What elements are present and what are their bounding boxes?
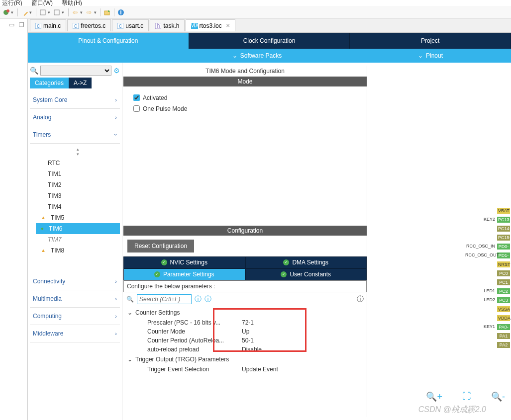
svg-point-1 — [6, 9, 9, 12]
group-system-core[interactable]: System Core› — [30, 91, 120, 109]
tab-user-constants[interactable]: ✓User Constants — [245, 268, 367, 280]
group-trgo-parameters[interactable]: ⌄Trigger Output (TRGO) Parameters — [127, 354, 363, 365]
pin-vdda[interactable]: VDDA — [497, 315, 510, 321]
timer-tim1[interactable]: TIM1 — [36, 168, 120, 179]
param-counter-mode[interactable]: Counter ModeUp — [127, 327, 363, 336]
timer-tim2[interactable]: TIM2 — [36, 179, 120, 190]
timer-tim6[interactable]: TIM6 — [36, 223, 120, 234]
timer-tim4[interactable]: TIM4 — [36, 201, 120, 212]
pin-pa2[interactable]: PA2 — [497, 342, 510, 348]
one-pulse-checkbox[interactable]: One Pulse Mode — [133, 103, 357, 114]
tab-categories[interactable]: Categories — [30, 78, 69, 88]
pin-vbat[interactable]: VBAT — [497, 208, 510, 214]
restore-icon[interactable]: ❐ — [17, 21, 25, 29]
dropdown-icon[interactable]: ▾ — [80, 10, 84, 15]
timer-rtc[interactable]: RTC — [36, 158, 120, 168]
tab-pinout-config[interactable]: Pinout & Configuration — [28, 33, 189, 49]
pin-pd0[interactable]: PD0- — [497, 244, 510, 250]
box2-icon[interactable] — [53, 8, 61, 16]
mode-header: Mode▸ — [123, 77, 367, 86]
param-prescaler[interactable]: Prescaler (PSC - 16 bits v...72-1 — [127, 318, 363, 327]
category-tabs: Categories A->Z — [30, 78, 120, 88]
next-match-icon[interactable]: ⓘ — [204, 295, 211, 304]
chevron-down-icon: ⌄ — [232, 52, 237, 59]
pinout-view[interactable]: VBATPC13-KEY2PC14-PC15-PD0-RCC_OSC_INPD1… — [368, 63, 510, 420]
group-timers[interactable]: Timers› — [30, 126, 120, 144]
param-auto-reload[interactable]: auto-reload preloadDisable — [127, 345, 363, 354]
zoom-out-icon[interactable]: 🔍- — [491, 391, 505, 402]
software-packs-dropdown[interactable]: ⌄Software Packs — [232, 52, 282, 59]
timer-tim8[interactable]: TIM8 — [36, 245, 120, 256]
minimize-icon[interactable]: ▭ — [7, 21, 15, 29]
close-icon[interactable]: ✕ — [226, 23, 230, 28]
pin-pc3[interactable]: PC3 — [497, 297, 510, 303]
menu-help[interactable]: 帮助(H) — [62, 0, 82, 6]
pin-label: RCC_OSC_OUT — [465, 252, 495, 257]
fit-icon[interactable]: ⛶ — [462, 391, 471, 402]
param-trigger-event[interactable]: Trigger Event SelectionUpdate Event — [127, 365, 363, 374]
zoom-in-icon[interactable]: 🔍+ — [426, 391, 442, 402]
group-computing[interactable]: Computing› — [30, 308, 120, 325]
pin-pa0[interactable]: PA0- — [497, 324, 510, 330]
tab-dma-settings[interactable]: ✓DMA Settings — [245, 256, 367, 268]
activated-checkbox[interactable]: Activated — [133, 92, 357, 103]
info-icon[interactable]: i — [117, 8, 125, 16]
tab-project[interactable]: Project — [350, 33, 511, 49]
group-middleware[interactable]: Middleware› — [30, 325, 120, 342]
tab-parameter-settings[interactable]: ✓Parameter Settings — [123, 268, 245, 280]
chevron-down-icon: ⌄ — [127, 356, 132, 363]
tab-a-to-z[interactable]: A->Z — [69, 78, 92, 88]
tab-task-h[interactable]: htask.h — [150, 19, 185, 31]
menu-window[interactable]: 窗口(W) — [31, 0, 53, 6]
chevron-right-icon: › — [115, 278, 117, 284]
parameter-search-input[interactable] — [137, 294, 192, 304]
timer-tim5[interactable]: TIM5 — [36, 212, 120, 223]
tab-main-c[interactable]: cmain.c — [30, 19, 66, 31]
group-analog[interactable]: Analog› — [30, 109, 120, 126]
timer-tim3[interactable]: TIM3 — [36, 190, 120, 201]
category-search-select[interactable] — [40, 66, 111, 76]
tab-usart-c[interactable]: cusart.c — [112, 19, 149, 31]
svg-text:i: i — [120, 9, 121, 16]
dropdown-icon[interactable]: ▾ — [62, 10, 66, 15]
dropdown-icon[interactable]: ▾ — [48, 10, 52, 15]
pin-pc2[interactable]: PC2 — [497, 288, 510, 294]
group-multimedia[interactable]: Multimedia› — [30, 290, 120, 308]
box-icon[interactable] — [39, 8, 47, 16]
tab-rtos3-ioc[interactable]: MXrtos3.ioc✕ — [186, 19, 235, 31]
reset-configuration-button[interactable]: Reset Configuration — [127, 240, 194, 252]
timer-tim7[interactable]: TIM7 — [36, 234, 120, 245]
wand-icon[interactable] — [20, 8, 28, 16]
tab-clock-config[interactable]: Clock Configuration — [189, 33, 350, 49]
svg-text:MX: MX — [191, 23, 198, 29]
nav-back-icon[interactable]: ⇦ — [71, 8, 79, 16]
pin-pc14[interactable]: PC14- — [497, 226, 510, 232]
prev-match-icon[interactable]: ⓘ — [195, 295, 202, 304]
menu-run[interactable]: 运行(R) — [2, 0, 22, 6]
dropdown-icon[interactable]: ▾ — [94, 10, 98, 15]
pinout-dropdown[interactable]: ⌄Pinout — [418, 52, 443, 59]
gear-icon[interactable]: ⚙ — [113, 67, 120, 75]
pane-title: TIM6 Mode and Configuration — [123, 66, 367, 77]
search-icon[interactable]: 🔍 — [30, 67, 38, 75]
dropdown-icon[interactable]: ▾ — [29, 10, 33, 15]
group-counter-settings[interactable]: ⌄Counter Settings — [127, 307, 363, 318]
nav-fwd-icon[interactable]: ⇨ — [85, 8, 93, 16]
pin-pc13[interactable]: PC13- — [497, 217, 510, 223]
pin-pa1[interactable]: PA1 — [497, 333, 510, 339]
open-icon[interactable] — [103, 8, 111, 16]
dropdown-icon[interactable]: ▾ — [11, 10, 15, 15]
pin-pc15[interactable]: PC15- — [497, 235, 510, 241]
pin-nrst[interactable]: NRST — [497, 261, 510, 267]
tab-freertos-c[interactable]: cfreertos.c — [67, 19, 111, 31]
info-icon[interactable]: ⓘ — [357, 295, 364, 304]
pin-pc0[interactable]: PC0 — [497, 270, 510, 276]
build-icon[interactable] — [2, 8, 10, 16]
group-connectivity[interactable]: Connectivity› — [30, 273, 120, 290]
chevron-right-icon: › — [115, 313, 117, 319]
tab-nvic-settings[interactable]: ✓NVIC Settings — [123, 256, 245, 268]
search-icon[interactable]: 🔍 — [126, 296, 134, 303]
pin-pc1[interactable]: PC1 — [497, 279, 510, 285]
pin-vssa[interactable]: VSSA — [497, 306, 510, 312]
param-counter-period[interactable]: Counter Period (AutoReloa...50-1 — [127, 336, 363, 345]
